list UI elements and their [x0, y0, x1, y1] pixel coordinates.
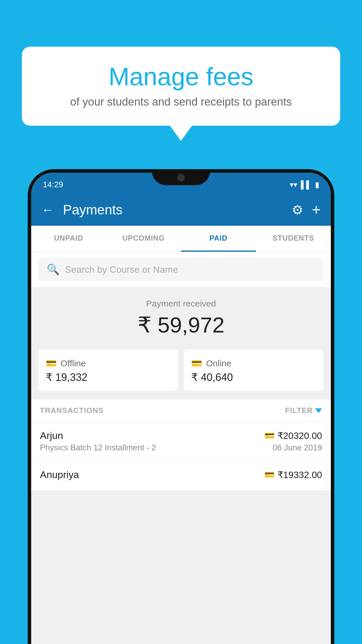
- online-card-header: 💳 Online: [191, 358, 316, 368]
- transaction-amount-box: 💳 ₹20320.00: [264, 430, 322, 441]
- online-payment-card: 💳 Online ₹ 40,640: [184, 349, 324, 391]
- status-icons: ▾▾ ▌▌ ▮: [290, 180, 319, 189]
- transaction-top: Anupriya 💳 ₹19332.00: [40, 469, 322, 480]
- search-icon: 🔍: [47, 263, 60, 276]
- payment-method-icon: 💳: [264, 431, 275, 440]
- transaction-row[interactable]: Anupriya 💳 ₹19332.00: [31, 461, 331, 491]
- speech-bubble-card: Manage fees of your students and send re…: [22, 47, 340, 126]
- offline-icon: 💳: [46, 358, 57, 368]
- transactions-header: TRANSACTIONS FILTER: [31, 400, 331, 422]
- add-icon[interactable]: +: [312, 201, 321, 218]
- payment-cards: 💳 Offline ₹ 19,332 💳 Online ₹ 40,640: [31, 346, 331, 400]
- transaction-name: Anupriya: [40, 469, 79, 480]
- payment-method-icon: 💳: [264, 470, 275, 480]
- tab-paid[interactable]: PAID: [181, 226, 256, 252]
- signal-icon: ▌▌: [301, 180, 312, 189]
- transaction-course: Physics Batch 12 Installment - 2: [40, 443, 156, 452]
- search-container: 🔍 Search by Course or Name: [31, 252, 331, 287]
- offline-amount: ₹ 19,332: [46, 371, 171, 384]
- battery-icon: ▮: [315, 180, 319, 189]
- transaction-amount: ₹20320.00: [277, 430, 322, 441]
- bubble-subtitle: of your students and send receipts to pa…: [39, 96, 323, 108]
- phone-camera: [177, 174, 185, 182]
- online-icon: 💳: [191, 358, 202, 368]
- bubble-title: Manage fees: [39, 63, 323, 90]
- app-bar-actions: ⚙ +: [292, 201, 321, 218]
- offline-label: Offline: [61, 358, 86, 368]
- phone-screen: 14:29 ▾▾ ▌▌ ▮ ← Payments ⚙ + UNPAID UPCO…: [31, 173, 331, 644]
- payment-received-label: Payment received: [31, 299, 331, 309]
- tab-unpaid[interactable]: UNPAID: [31, 226, 106, 252]
- wifi-icon: ▾▾: [290, 180, 297, 189]
- online-label: Online: [206, 358, 231, 368]
- transaction-row[interactable]: Arjun 💳 ₹20320.00 Physics Batch 12 Insta…: [31, 422, 331, 461]
- offline-payment-card: 💳 Offline ₹ 19,332: [38, 349, 178, 391]
- filter-label: FILTER: [285, 406, 313, 415]
- phone-mockup: 14:29 ▾▾ ▌▌ ▮ ← Payments ⚙ + UNPAID UPCO…: [28, 169, 334, 644]
- app-bar: ← Payments ⚙ +: [31, 194, 331, 226]
- online-amount: ₹ 40,640: [191, 371, 316, 384]
- transaction-amount-box: 💳 ₹19332.00: [264, 469, 322, 480]
- status-time: 14:29: [43, 180, 63, 189]
- payment-received-section: Payment received ₹ 59,972: [31, 287, 331, 346]
- transaction-name: Arjun: [40, 430, 63, 441]
- transaction-date: 06 June 2019: [273, 443, 322, 452]
- settings-icon[interactable]: ⚙: [292, 202, 303, 217]
- app-bar-title: Payments: [63, 202, 283, 218]
- tab-students[interactable]: STUDENTS: [256, 226, 331, 252]
- filter-icon: [315, 408, 322, 413]
- tabs-bar: UNPAID UPCOMING PAID STUDENTS: [31, 226, 331, 252]
- payment-received-amount: ₹ 59,972: [31, 312, 331, 338]
- transaction-amount: ₹19332.00: [277, 469, 322, 480]
- filter-button[interactable]: FILTER: [285, 406, 322, 415]
- offline-card-header: 💳 Offline: [46, 358, 171, 368]
- transactions-label: TRANSACTIONS: [40, 406, 104, 415]
- search-input[interactable]: Search by Course or Name: [65, 264, 178, 275]
- tab-upcoming[interactable]: UPCOMING: [106, 226, 181, 252]
- transaction-top: Arjun 💳 ₹20320.00: [40, 430, 322, 441]
- transaction-bottom: Physics Batch 12 Installment - 2 06 June…: [40, 443, 322, 452]
- phone-notch: [152, 169, 210, 185]
- back-button[interactable]: ←: [41, 202, 54, 217]
- search-bar[interactable]: 🔍 Search by Course or Name: [38, 258, 324, 281]
